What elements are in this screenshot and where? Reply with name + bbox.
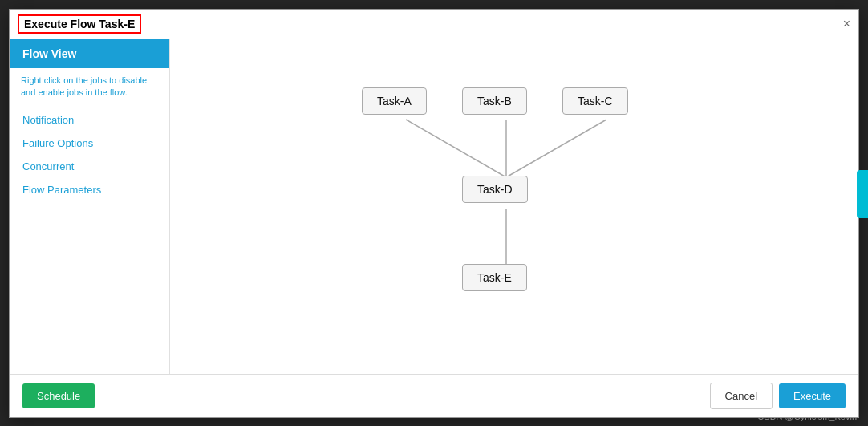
sidebar-item-failure-options[interactable]: Failure Options xyxy=(10,132,169,155)
task-node-e[interactable]: Task-E xyxy=(462,264,527,291)
modal-dialog: Execute Flow Task-E × Flow View Right cl… xyxy=(9,9,859,418)
schedule-button[interactable]: Schedule xyxy=(22,383,95,408)
execute-button[interactable]: Execute xyxy=(779,383,846,408)
modal-title: Execute Flow Task-E xyxy=(18,14,141,34)
modal-header: Execute Flow Task-E × xyxy=(10,10,858,39)
task-node-c[interactable]: Task-C xyxy=(562,87,628,115)
modal-footer: Schedule Cancel Execute xyxy=(10,374,858,417)
sidebar: Flow View Right click on the jobs to dis… xyxy=(10,39,170,374)
task-node-b[interactable]: Task-B xyxy=(462,87,527,115)
footer-actions: Cancel Execute xyxy=(710,383,846,409)
sidebar-item-notification[interactable]: Notification xyxy=(10,108,169,132)
task-node-a[interactable]: Task-A xyxy=(362,87,427,115)
task-node-d[interactable]: Task-D xyxy=(462,176,528,203)
svg-line-2 xyxy=(506,120,606,177)
flow-view-hint: Right click on the jobs to disable and e… xyxy=(10,68,169,106)
main-content: Task-A Task-B Task-C Task-D Task-E xyxy=(170,39,858,374)
modal-body: Flow View Right click on the jobs to dis… xyxy=(10,39,858,374)
sidebar-item-concurrent[interactable]: Concurrent xyxy=(10,155,169,178)
flow-diagram: Task-A Task-B Task-C Task-D Task-E xyxy=(346,71,683,328)
flow-view-button[interactable]: Flow View xyxy=(10,39,169,68)
svg-line-0 xyxy=(406,120,506,177)
close-button[interactable]: × xyxy=(843,18,850,30)
sidebar-item-flow-parameters[interactable]: Flow Parameters xyxy=(10,178,169,201)
teal-sidebar-bar xyxy=(857,170,868,218)
sidebar-nav: Notification Failure Options Concurrent … xyxy=(10,105,169,205)
cancel-button[interactable]: Cancel xyxy=(710,383,773,409)
